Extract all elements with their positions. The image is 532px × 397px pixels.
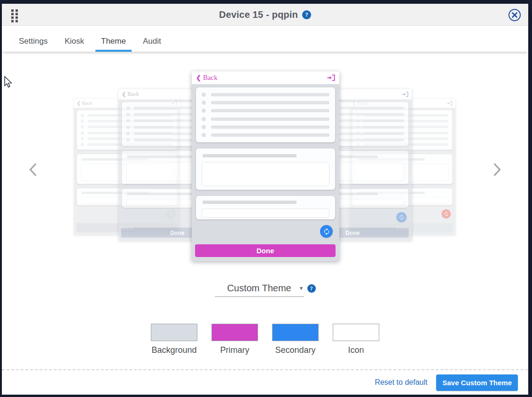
preview-list-row [202, 133, 329, 137]
bullet-dot [81, 120, 84, 123]
label-placeholder-bar [127, 156, 202, 158]
reset-to-default-link[interactable]: Reset to default [375, 378, 427, 387]
swatch-label: Secondary [275, 345, 315, 355]
chevron-right-icon[interactable] [491, 162, 503, 178]
theme-preview-center[interactable]: ❮Back [192, 71, 339, 261]
bullet-dot [81, 125, 84, 128]
bullet-dot [81, 132, 84, 134]
text-placeholder-bar [211, 109, 329, 112]
tab-theme[interactable]: Theme [95, 26, 132, 52]
bullet-dot [202, 117, 206, 121]
background-color-swatch[interactable] [151, 324, 197, 341]
back-chevron-icon: ❮ [122, 92, 126, 97]
swatch-label: Icon [348, 345, 364, 355]
chevron-left-icon[interactable] [27, 162, 39, 178]
bullet-dot [202, 93, 206, 97]
bullet-dot [81, 137, 84, 140]
theme-select-dropdown[interactable]: Custom Theme ▾ [215, 280, 304, 297]
preview-done-button: Done [195, 244, 336, 257]
bullet-dot [126, 113, 130, 116]
bullet-dot [81, 114, 84, 117]
preview-back-label: Back [127, 91, 139, 98]
preview-back-link: ❮Back [196, 74, 218, 82]
bullet-dot [126, 119, 130, 123]
label-placeholder-bar [127, 193, 202, 195]
bullet-dot [126, 132, 130, 135]
title-help-icon[interactable]: ? [302, 10, 311, 19]
page-title: Device 15 - pqpin [219, 9, 298, 20]
preview-topbar: ❮Back [192, 71, 339, 84]
preview-back-label: Back [82, 101, 92, 106]
theme-carousel: ❮Back [2, 52, 528, 265]
sign-in-icon [402, 92, 408, 97]
preview-list-row [202, 109, 329, 113]
refresh-icon [320, 225, 333, 238]
label-placeholder-bar [203, 201, 297, 204]
preview-form-card [196, 148, 335, 190]
back-chevron-icon: ❮ [77, 101, 80, 106]
text-placeholder-bar [211, 125, 329, 129]
preview-body: Done [192, 84, 339, 261]
theme-select-row: Custom Theme ▾ ? [2, 280, 528, 297]
preview-form-card-small [196, 196, 335, 219]
save-custom-theme-button[interactable]: Save Custom Theme [436, 374, 518, 391]
refresh-icon [442, 209, 451, 218]
theme-select-value: Custom Theme [227, 283, 291, 294]
refresh-icon [396, 212, 407, 223]
preview-input [202, 209, 329, 218]
bullet-dot [202, 101, 206, 105]
bullet-dot [126, 125, 130, 129]
theme-help-icon[interactable]: ? [307, 284, 316, 293]
label-placeholder-bar [203, 154, 297, 157]
chevron-down-icon: ▾ [299, 284, 303, 292]
bullet-dot [126, 106, 130, 109]
text-placeholder-bar [211, 133, 329, 137]
bullet-dot [202, 109, 206, 113]
tab-settings[interactable]: Settings [13, 26, 53, 52]
preview-list-row [202, 117, 329, 121]
close-icon[interactable] [509, 9, 521, 21]
preview-list-row [202, 125, 329, 129]
icon-color-swatch[interactable] [333, 324, 379, 341]
tab-bar: Settings Kiosk Theme Audit [2, 26, 528, 52]
swatch-secondary: Secondary [272, 324, 319, 355]
text-placeholder-bar [211, 101, 329, 104]
device-settings-modal: Device 15 - pqpin ? Settings Kiosk Theme… [2, 4, 528, 395]
modal-titlebar: Device 15 - pqpin ? [2, 4, 528, 26]
swatch-icon: Icon [333, 324, 379, 355]
swatch-label: Background [151, 345, 196, 355]
preview-list-card [196, 87, 335, 142]
swatch-primary: Primary [211, 324, 258, 355]
drag-grip-icon[interactable] [10, 9, 20, 23]
tab-audit[interactable]: Audit [137, 26, 167, 52]
preview-back-link: ❮Back [122, 91, 139, 98]
preview-list-row [202, 101, 329, 105]
text-placeholder-bar [211, 117, 329, 121]
preview-list-row [202, 93, 329, 97]
preview-back-label: Back [203, 74, 218, 82]
bullet-dot [81, 143, 84, 146]
modal-title-group: Device 15 - pqpin ? [2, 9, 528, 20]
tab-kiosk[interactable]: Kiosk [59, 26, 90, 52]
modal-footer: Reset to default Save Custom Theme [2, 369, 528, 395]
preview-back-link: ❮Back [77, 101, 92, 106]
text-placeholder-bar [211, 93, 329, 96]
primary-color-swatch[interactable] [211, 324, 258, 341]
bullet-dot [202, 125, 206, 129]
bullet-dot [126, 139, 130, 142]
swatch-label: Primary [220, 345, 250, 355]
swatch-background: Background [151, 324, 197, 355]
sign-in-icon [327, 74, 335, 81]
secondary-color-swatch[interactable] [272, 324, 319, 341]
color-swatches-row: Background Primary Secondary Icon [2, 324, 528, 355]
back-chevron-icon: ❮ [196, 74, 201, 81]
theme-tab-content: ❮Back [2, 52, 528, 369]
sign-in-icon [446, 101, 453, 106]
bullet-dot [202, 133, 206, 137]
preview-textarea [202, 162, 329, 186]
